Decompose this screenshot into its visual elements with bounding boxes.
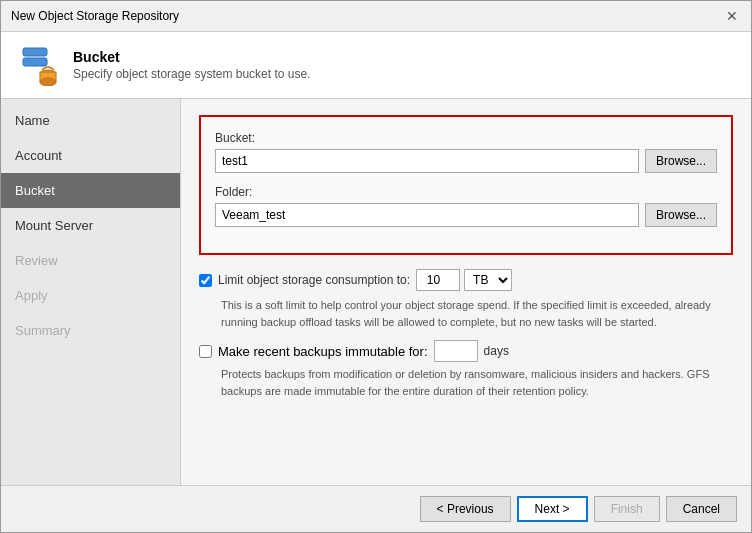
limit-number-group: MB GB TB — [416, 269, 512, 291]
svg-rect-1 — [23, 58, 47, 66]
bucket-folder-box: Bucket: Browse... Folder: Browse... — [199, 115, 733, 255]
header-text: Bucket Specify object storage system buc… — [73, 49, 310, 81]
limit-description: This is a soft limit to help control you… — [221, 297, 733, 330]
sidebar-item-review: Review — [1, 243, 180, 278]
sidebar: Name Account Bucket Mount Server Review … — [1, 99, 181, 485]
immutable-description: Protects backups from modification or de… — [221, 366, 733, 399]
folder-browse-button[interactable]: Browse... — [645, 203, 717, 227]
header-title: Bucket — [73, 49, 310, 65]
storage-icon — [17, 44, 59, 86]
limit-storage-label: Limit object storage consumption to: — [218, 273, 410, 287]
sidebar-item-bucket[interactable]: Bucket — [1, 173, 180, 208]
svg-rect-0 — [23, 48, 47, 56]
header-subtitle: Specify object storage system bucket to … — [73, 67, 310, 81]
folder-field-row: Browse... — [215, 203, 717, 227]
next-button[interactable]: Next > — [517, 496, 588, 522]
folder-input[interactable] — [215, 203, 639, 227]
bucket-label: Bucket: — [215, 131, 717, 145]
sidebar-item-apply: Apply — [1, 278, 180, 313]
immutable-checkbox[interactable] — [199, 345, 212, 358]
immutable-row: Make recent backups immutable for: days — [199, 340, 733, 362]
limit-unit-select[interactable]: MB GB TB — [464, 269, 512, 291]
bucket-browse-button[interactable]: Browse... — [645, 149, 717, 173]
folder-label: Folder: — [215, 185, 717, 199]
immutable-days-input[interactable] — [434, 340, 478, 362]
bucket-field-row: Browse... — [215, 149, 717, 173]
folder-field-group: Folder: Browse... — [215, 185, 717, 227]
immutable-days-unit: days — [484, 344, 509, 358]
limit-storage-row: Limit object storage consumption to: MB … — [199, 269, 733, 291]
sidebar-item-mount-server[interactable]: Mount Server — [1, 208, 180, 243]
header-section: Bucket Specify object storage system buc… — [1, 32, 751, 99]
title-bar: New Object Storage Repository ✕ — [1, 1, 751, 32]
bucket-field-group: Bucket: Browse... — [215, 131, 717, 173]
main-content: Bucket: Browse... Folder: Browse... — [181, 99, 751, 485]
previous-button[interactable]: < Previous — [420, 496, 511, 522]
limit-value-input[interactable] — [416, 269, 460, 291]
immutable-label: Make recent backups immutable for: — [218, 344, 428, 359]
sidebar-item-account[interactable]: Account — [1, 138, 180, 173]
sidebar-item-name[interactable]: Name — [1, 103, 180, 138]
content-area: Name Account Bucket Mount Server Review … — [1, 99, 751, 485]
finish-button: Finish — [594, 496, 660, 522]
footer: < Previous Next > Finish Cancel — [1, 485, 751, 532]
close-button[interactable]: ✕ — [723, 7, 741, 25]
window-title: New Object Storage Repository — [11, 9, 179, 23]
bucket-input[interactable] — [215, 149, 639, 173]
svg-point-4 — [40, 78, 56, 86]
main-window: New Object Storage Repository ✕ Bucket S… — [0, 0, 752, 533]
cancel-button[interactable]: Cancel — [666, 496, 737, 522]
title-bar-left: New Object Storage Repository — [11, 9, 179, 23]
limit-storage-checkbox[interactable] — [199, 274, 212, 287]
sidebar-item-summary: Summary — [1, 313, 180, 348]
